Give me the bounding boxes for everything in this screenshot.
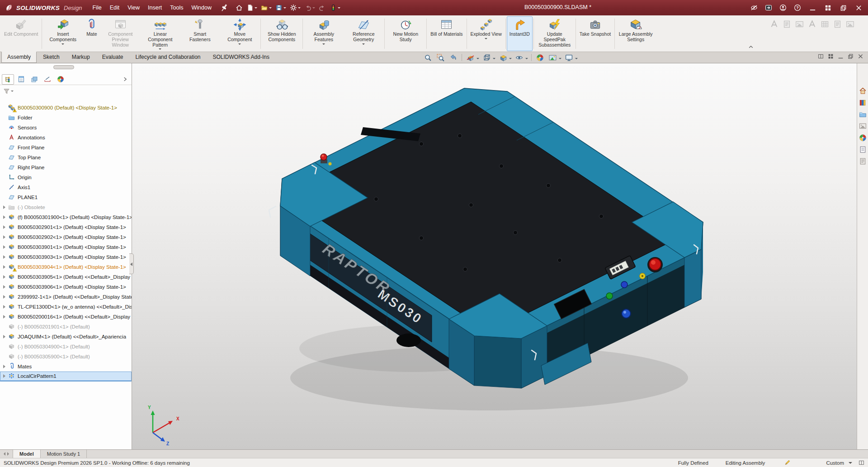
- edit-appearance-button[interactable]: [534, 52, 546, 62]
- expand-panel-button[interactable]: [121, 75, 130, 84]
- dropdown-arrow-icon[interactable]: [575, 58, 578, 61]
- undo-button[interactable]: [302, 2, 317, 13]
- assembly-features-button[interactable]: Assembly Features: [304, 16, 344, 51]
- menu-view[interactable]: View: [123, 3, 144, 13]
- tree-item-annotations[interactable]: Annotations: [0, 133, 132, 143]
- view-orientation-button[interactable]: [481, 52, 492, 62]
- options-button[interactable]: [288, 2, 302, 13]
- tree-item-component-suppressed[interactable]: (-) B00050201901<1> (Default): [0, 322, 132, 332]
- tree-item-component[interactable]: B00050303905<1> (Default) <<Default>_Dis…: [0, 272, 132, 282]
- apply-scene-button[interactable]: [547, 52, 558, 62]
- linear-component-pattern-button[interactable]: Linear Component Pattern: [140, 16, 180, 51]
- symbol-icon[interactable]: [833, 20, 842, 29]
- view-settings-button[interactable]: [563, 52, 575, 62]
- dropdown-arrow-icon[interactable]: [11, 91, 14, 93]
- update-speedpak-button[interactable]: Update SpeedPak Subassemblies: [535, 16, 575, 51]
- dropdown-arrow-icon[interactable]: [525, 58, 528, 61]
- restore-button[interactable]: [836, 2, 850, 14]
- expand-arrow[interactable]: [2, 244, 7, 250]
- tree-item-component[interactable]: B00050303903<1> (Default) <Display State…: [0, 252, 132, 262]
- propertymanager-tab[interactable]: [15, 74, 27, 85]
- tile-windows-icon[interactable]: [828, 53, 834, 59]
- zoom-to-area-button[interactable]: [435, 52, 446, 62]
- tab-assembly[interactable]: Assembly: [1, 52, 37, 63]
- split-pane-icon[interactable]: [818, 53, 824, 59]
- dropdown-arrow-icon[interactable]: [322, 43, 325, 46]
- 3d-model-agv[interactable]: RAPTOR MS030: [132, 63, 857, 449]
- tree-item-sensors[interactable]: Sensors: [0, 123, 132, 133]
- minimize-document-icon[interactable]: [838, 53, 844, 59]
- hide-show-items-button[interactable]: [514, 52, 525, 62]
- balloon-icon[interactable]: [808, 20, 816, 29]
- custom-properties-icon[interactable]: [859, 146, 867, 153]
- expand-arrow[interactable]: [2, 264, 7, 270]
- collapse-ribbon-button[interactable]: [748, 44, 756, 51]
- menu-window[interactable]: Window: [188, 3, 216, 13]
- insert-components-button[interactable]: Insert Components: [43, 16, 83, 51]
- expand-arrow[interactable]: [2, 254, 7, 260]
- tree-item-origin[interactable]: Origin: [0, 172, 132, 182]
- minimize-button[interactable]: [806, 2, 819, 14]
- design-library-icon[interactable]: [859, 99, 867, 106]
- home-button[interactable]: [234, 2, 245, 13]
- configuration-selector[interactable]: Custom: [826, 460, 844, 466]
- scroll-tabs-left-icon[interactable]: [2, 452, 5, 456]
- expand-arrow[interactable]: [2, 284, 7, 290]
- close-button[interactable]: [852, 2, 865, 14]
- tree-item-plane1[interactable]: PLANE1: [0, 192, 132, 202]
- tab-markup[interactable]: Markup: [66, 52, 96, 63]
- displaymanager-tab[interactable]: [54, 74, 66, 85]
- dropdown-arrow-icon[interactable]: [559, 58, 561, 61]
- tab-lifecycle-collaboration[interactable]: Lifecycle and Collaboration: [129, 52, 206, 63]
- tab-motion-study-1[interactable]: Motion Study 1: [41, 450, 87, 458]
- menu-insert[interactable]: Insert: [144, 3, 166, 13]
- configurationmanager-tab[interactable]: [28, 74, 40, 85]
- expand-arrow[interactable]: [2, 234, 7, 240]
- menu-tools[interactable]: Tools: [166, 3, 187, 13]
- tree-item-component[interactable]: B00050302902<1> (Default) <Display State…: [0, 232, 132, 242]
- reference-geometry-button[interactable]: Reference Geometry: [344, 16, 383, 51]
- tree-item-front-plane[interactable]: Front Plane: [0, 143, 132, 152]
- document-manager-icon[interactable]: [859, 157, 867, 165]
- tab-evaluate[interactable]: Evaluate: [96, 52, 129, 63]
- tree-item-component[interactable]: B00050200016<1> (Default) <<Default>_Dis…: [0, 312, 132, 322]
- tree-item-component[interactable]: 2399992-1<1> (Default) <<Default>_Displa…: [0, 292, 132, 302]
- expand-arrow[interactable]: [2, 214, 7, 220]
- dropdown-arrow-icon[interactable]: [476, 58, 479, 61]
- tree-item-top-plane[interactable]: Top Plane: [0, 152, 132, 162]
- tree-item-component[interactable]: B00050303906<1> (Default) <Display State…: [0, 282, 132, 292]
- mate-button[interactable]: Mate: [83, 16, 100, 51]
- tree-item-component-suppressed[interactable]: (-) B00050304900<1> (Default): [0, 342, 132, 352]
- close-document-icon[interactable]: [858, 53, 863, 59]
- 3dexperience-login-button[interactable]: [762, 2, 775, 13]
- dropdown-arrow-icon[interactable]: [362, 43, 365, 46]
- dropdown-arrow-icon[interactable]: [509, 58, 512, 61]
- expand-arrow[interactable]: [2, 274, 7, 280]
- graphics-viewport[interactable]: RAPTOR MS030: [132, 63, 857, 449]
- dropdown-arrow-icon[interactable]: [159, 48, 161, 51]
- table-icon[interactable]: [821, 20, 829, 29]
- tree-item-component-suppressed[interactable]: (-) B00050305900<1> (Default): [0, 352, 132, 362]
- featuremanager-tab[interactable]: [2, 74, 14, 85]
- take-snapshot-button[interactable]: Take Snapshot: [577, 16, 613, 51]
- window-layout-button[interactable]: [821, 2, 835, 14]
- redo-button[interactable]: [317, 2, 328, 13]
- dropdown-arrow-icon[interactable]: [485, 38, 487, 41]
- new-document-button[interactable]: [245, 2, 259, 13]
- bill-of-materials-button[interactable]: Bill of Materials: [428, 16, 465, 51]
- expand-arrow[interactable]: [2, 224, 7, 230]
- smart-fasteners-button[interactable]: Smart Fasteners: [180, 16, 220, 51]
- tab-model[interactable]: Model: [13, 450, 41, 458]
- open-button[interactable]: [259, 2, 274, 13]
- solidworks-resources-icon[interactable]: [859, 87, 867, 95]
- previous-view-button[interactable]: [448, 52, 459, 62]
- appearances-icon[interactable]: [859, 134, 867, 142]
- image-icon[interactable]: [795, 20, 804, 29]
- tree-item-mates[interactable]: Mates: [0, 362, 132, 372]
- panel-splitter-handle[interactable]: [129, 253, 134, 274]
- save-button[interactable]: [274, 2, 288, 13]
- restore-document-icon[interactable]: [848, 53, 854, 59]
- tree-item-component[interactable]: (f) B00050301900<1> (Default) <Display S…: [0, 212, 132, 222]
- edit-component-button[interactable]: Edit Component: [1, 16, 41, 51]
- tree-item-component[interactable]: B00050303901<1> (Default) <Display State…: [0, 242, 132, 252]
